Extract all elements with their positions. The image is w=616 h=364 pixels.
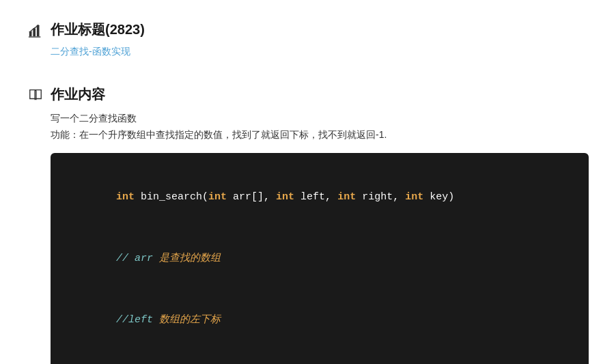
comment1-text: 是查找的数组 bbox=[159, 253, 221, 264]
kw-int-5: int bbox=[405, 191, 423, 203]
code-line-1: int bin_search(int arr[], int left, int … bbox=[67, 167, 572, 228]
section1-title: 作业标题(2823) bbox=[51, 20, 145, 39]
kw-int-3: int bbox=[276, 191, 294, 203]
svg-rect-0 bbox=[29, 31, 32, 36]
title-section2: 作业内容 bbox=[27, 85, 589, 104]
code-line-3: //left 数组的左下标 bbox=[67, 290, 572, 351]
assignment-link[interactable]: 二分查找-函数实现 bbox=[51, 46, 589, 58]
kw-int-4: int bbox=[337, 191, 356, 203]
code-line-4: //right 数组的右下标 bbox=[67, 351, 572, 364]
page-container: 作业标题(2823) 二分查找-函数实现 作业内容 写一个二分查找函数 功能：在… bbox=[0, 0, 616, 364]
section2-title: 作业内容 bbox=[51, 85, 105, 104]
title-section1: 作业标题(2823) bbox=[27, 20, 589, 39]
code-block: int bin_search(int arr[], int left, int … bbox=[51, 153, 589, 364]
chart-icon bbox=[27, 22, 44, 38]
kw-int-2: int bbox=[208, 191, 227, 203]
divider bbox=[27, 58, 589, 79]
comment2-text: 数组的左下标 bbox=[159, 314, 221, 326]
content-line1: 写一个二分查找函数 bbox=[51, 111, 589, 127]
kw-int-1: int bbox=[116, 191, 135, 203]
comment1-label: // arr bbox=[116, 253, 159, 264]
content-section: 作业内容 写一个二分查找函数 功能：在一个升序数组中查找指定的数值，找到了就返回… bbox=[27, 85, 589, 364]
code-arr: arr[], bbox=[227, 191, 276, 203]
content-line2: 功能：在一个升序数组中查找指定的数值，找到了就返回下标，找不到就返回-1. bbox=[51, 127, 589, 143]
code-left: left, bbox=[294, 191, 337, 203]
content-text: 写一个二分查找函数 功能：在一个升序数组中查找指定的数值，找到了就返回下标，找不… bbox=[51, 111, 589, 143]
comment2-label: //left bbox=[116, 314, 159, 326]
code-right: right, bbox=[356, 191, 405, 203]
code-line-2: // arr 是查找的数组 bbox=[67, 228, 572, 290]
svg-point-4 bbox=[37, 25, 39, 27]
code-func: bin_search( bbox=[135, 191, 208, 203]
book-icon bbox=[27, 87, 44, 103]
code-key: key) bbox=[423, 191, 454, 203]
